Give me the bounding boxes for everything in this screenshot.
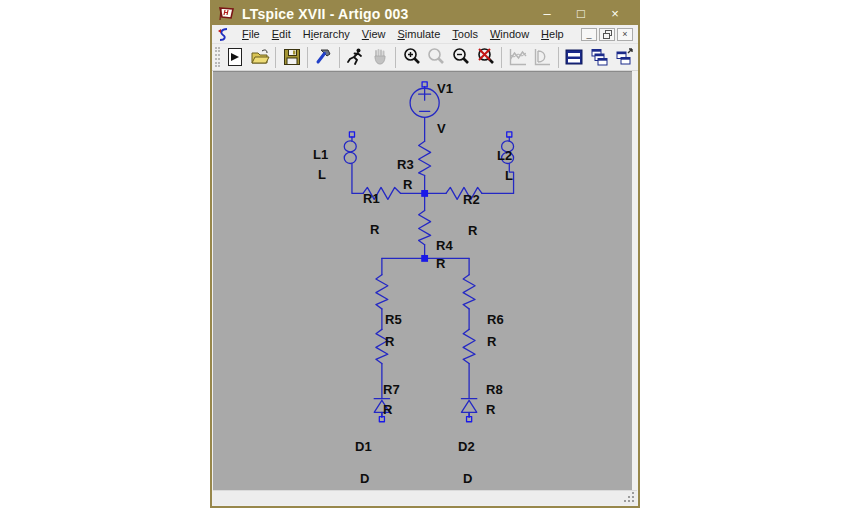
zoom-back-button[interactable]	[424, 45, 449, 69]
label-r1-value[interactable]: R	[370, 223, 379, 236]
open-button[interactable]	[248, 45, 273, 69]
menu-item-hierarchy[interactable]: Hierarchy	[297, 26, 356, 42]
menu-item-file[interactable]: File	[236, 26, 266, 42]
label-r6-value[interactable]: R	[487, 335, 496, 348]
menu-item-edit[interactable]: Edit	[266, 26, 297, 42]
resize-grip[interactable]	[624, 492, 635, 503]
running-man-icon	[345, 47, 365, 67]
toolbar	[212, 44, 638, 71]
status-bar	[213, 490, 637, 505]
component-r4[interactable]	[419, 211, 431, 245]
component-r8[interactable]	[463, 329, 475, 363]
label-r5-value[interactable]: R	[385, 335, 394, 348]
label-d2-value[interactable]: D	[463, 472, 472, 485]
new-schematic-button[interactable]	[223, 45, 248, 69]
component-r6[interactable]	[463, 275, 475, 309]
toolbar-separator	[275, 47, 276, 68]
component-v1[interactable]	[410, 82, 439, 117]
mdi-restore-button[interactable]	[599, 28, 615, 41]
label-d1-designator[interactable]: D1	[355, 440, 372, 453]
pan-plot-button[interactable]	[530, 45, 555, 69]
label-r2-value[interactable]: R	[468, 224, 477, 237]
new-schematic-icon	[225, 47, 245, 67]
menu-item-view[interactable]: View	[356, 26, 392, 42]
maximize-button[interactable]: □	[564, 2, 598, 25]
label-r7-designator[interactable]: R7	[383, 383, 400, 396]
toolbar-separator	[501, 47, 502, 68]
label-r3-value[interactable]: R	[403, 178, 412, 191]
ltspice-window: LTspice XVII - Artigo 003 – □ × File Edi…	[210, 0, 640, 508]
cascade-windows-button[interactable]	[586, 45, 611, 69]
zoom-out-icon	[451, 47, 471, 67]
ltspice-app-icon	[218, 6, 235, 21]
menu-item-tools[interactable]: Tools	[446, 26, 484, 42]
zoom-in-button[interactable]	[399, 45, 424, 69]
schematic-doc-icon	[217, 28, 232, 41]
label-l1-designator[interactable]: L1	[313, 148, 328, 161]
zoom-back-icon	[426, 47, 446, 67]
desktop: LTspice XVII - Artigo 003 – □ × File Edi…	[0, 0, 850, 510]
toolbar-grip[interactable]	[215, 47, 220, 67]
label-v1-value[interactable]: V	[437, 122, 446, 135]
component-r5[interactable]	[376, 275, 388, 309]
zoom-full-extents-icon	[476, 47, 496, 67]
toolbar-separator	[395, 47, 396, 68]
label-r8-value[interactable]: R	[486, 403, 495, 416]
tile-horizontally-button[interactable]	[562, 45, 587, 69]
plot-pan-icon	[532, 47, 552, 67]
run-button[interactable]	[343, 45, 368, 69]
hammer-icon	[314, 47, 334, 67]
label-r1-designator[interactable]: R1	[363, 192, 380, 205]
label-r2-designator[interactable]: R2	[463, 193, 480, 206]
label-l2-designator[interactable]: L2	[497, 149, 512, 162]
minimize-button[interactable]: –	[530, 2, 564, 25]
toolbar-separator	[339, 47, 340, 68]
open-folder-icon	[250, 47, 270, 67]
label-r4-value[interactable]: R	[436, 257, 445, 270]
window-title: LTspice XVII - Artigo 003	[242, 6, 530, 22]
halt-hand-icon	[370, 47, 390, 67]
label-r3-designator[interactable]: R3	[397, 158, 414, 171]
save-button[interactable]	[279, 45, 304, 69]
label-l2-value[interactable]: L	[505, 169, 513, 182]
label-d2-designator[interactable]: D2	[458, 440, 475, 453]
restore-icon	[603, 30, 612, 39]
label-l1-value[interactable]: L	[318, 168, 326, 181]
label-r6-designator[interactable]: R6	[487, 313, 504, 326]
cascade-arrow-icon	[614, 47, 634, 67]
cascade-windows-icon	[589, 47, 609, 67]
component-l1[interactable]	[344, 132, 356, 164]
autorange-waveform-icon	[508, 47, 528, 67]
circuit-svg	[213, 72, 632, 490]
label-r7-value[interactable]: R	[383, 403, 392, 416]
halt-button[interactable]	[368, 45, 393, 69]
mdi-close-button[interactable]: ×	[617, 28, 633, 41]
component-d2[interactable]	[461, 399, 476, 422]
component-r3[interactable]	[419, 141, 431, 175]
toolbar-separator	[558, 47, 559, 68]
wires[interactable]	[352, 87, 514, 418]
menu-item-help[interactable]: Help	[535, 26, 570, 42]
zoom-out-button[interactable]	[449, 45, 474, 69]
zoom-full-extents-button[interactable]	[474, 45, 499, 69]
menu-item-window[interactable]: Window	[484, 26, 535, 42]
mdi-minimize-button[interactable]: _	[581, 28, 597, 41]
cascade-active-button[interactable]	[611, 45, 636, 69]
label-v1-designator[interactable]: V1	[437, 82, 453, 95]
autorange-y-axis-button[interactable]	[505, 45, 530, 69]
close-button[interactable]: ×	[598, 2, 632, 25]
tile-windows-icon	[564, 47, 584, 67]
schematic-canvas[interactable]: V1 V L1 L R3 R L2 L R1 R R2 R R4 R R5 R …	[213, 71, 632, 490]
menu-bar: File Edit Hierarchy View Simulate Tools …	[212, 25, 638, 44]
control-panel-button[interactable]	[311, 45, 336, 69]
label-r8-designator[interactable]: R8	[486, 383, 503, 396]
zoom-in-icon	[402, 47, 422, 67]
title-bar[interactable]: LTspice XVII - Artigo 003 – □ ×	[212, 2, 638, 25]
menu-item-simulate[interactable]: Simulate	[391, 26, 446, 42]
toolbar-separator	[307, 47, 308, 68]
label-d1-value[interactable]: D	[360, 472, 369, 485]
label-r5-designator[interactable]: R5	[385, 313, 402, 326]
save-icon	[282, 47, 302, 67]
label-r4-designator[interactable]: R4	[436, 239, 453, 252]
